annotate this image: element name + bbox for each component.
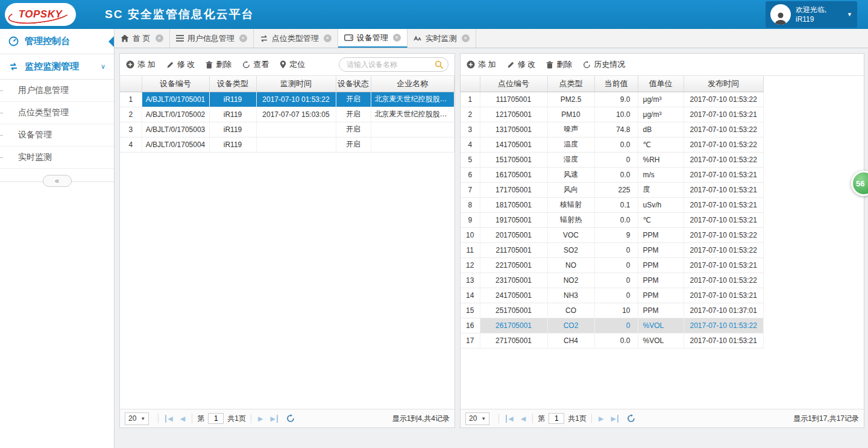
close-icon[interactable]: × bbox=[239, 34, 247, 42]
caret-down-icon[interactable]: ▼ bbox=[847, 11, 852, 17]
column-header[interactable]: 值单位 bbox=[638, 76, 684, 92]
close-icon[interactable]: × bbox=[156, 34, 163, 42]
table-row[interactable]: 16261705001CO20%VOL2017-07-10 01:53:22 bbox=[461, 318, 763, 333]
column-header[interactable]: 设备类型 bbox=[209, 76, 256, 92]
table-row[interactable]: 7171705001风向225度2017-07-10 01:53:21 bbox=[461, 182, 763, 197]
row-number: 14 bbox=[461, 288, 480, 303]
add-button[interactable]: 添 加 bbox=[467, 59, 496, 70]
locate-button[interactable]: 定位 bbox=[280, 59, 305, 70]
monitor-icon bbox=[414, 35, 422, 42]
column-header[interactable]: 点位编号 bbox=[480, 76, 547, 92]
sidebar-item-monitoring[interactable]: 监控监测管理 ∨ bbox=[0, 54, 114, 80]
table-row[interactable]: 17271705001CH40.0%VOL2017-07-10 01:53:21 bbox=[461, 333, 763, 348]
delete-button[interactable]: 删除 bbox=[206, 59, 231, 70]
cell: A/BJLT/0/1705002 bbox=[142, 107, 209, 122]
monitor-grid: 点位编号点类型当前值值单位发布时间 1111705001PM2.59.0μg/m… bbox=[461, 76, 864, 409]
welcome-text: 欢迎光临, bbox=[796, 5, 826, 14]
sidebar-item-realtime[interactable]: 实时监测 bbox=[0, 147, 114, 169]
tab-device[interactable]: 设备管理 × bbox=[338, 29, 407, 48]
user-menu[interactable]: 欢迎光临, iR119 ▼ bbox=[766, 1, 857, 28]
history-button[interactable]: 历史情况 bbox=[583, 59, 625, 70]
page-number-input[interactable] bbox=[549, 413, 564, 424]
table-row[interactable]: 5151705001湿度0%RH2017-07-10 01:53:22 bbox=[461, 152, 763, 167]
trash-icon bbox=[546, 61, 553, 69]
table-row[interactable]: 2A/BJLT/0/1705002iR1192017-07-07 15:03:0… bbox=[120, 107, 454, 122]
add-button[interactable]: 添 加 bbox=[126, 59, 156, 70]
column-header[interactable]: 当前值 bbox=[594, 76, 638, 92]
table-row[interactable]: 15251705001CO10PPM2017-07-10 01:37:01 bbox=[461, 303, 763, 318]
table-row[interactable]: 1111705001PM2.59.0μg/m³2017-07-10 01:53:… bbox=[461, 92, 763, 107]
table-row[interactable]: 3A/BJLT/0/1705003iR119开启 bbox=[120, 122, 454, 137]
table-row[interactable]: 6161705001风速0.0m/s2017-07-10 01:53:21 bbox=[461, 167, 763, 182]
monitor-pagination: 20 ▼ ◀ ◀ 第 共1页 ▶ ▶ bbox=[461, 409, 864, 427]
cell: 2017-07-10 01:37:01 bbox=[684, 303, 763, 318]
cell: 辐射热 bbox=[547, 212, 594, 227]
table-row[interactable]: 12221705001NO0PPM2017-07-10 01:53:21 bbox=[461, 257, 763, 273]
column-header[interactable]: 监测时间 bbox=[256, 76, 336, 92]
cell: 10.0 bbox=[594, 107, 638, 122]
page-size-select[interactable]: 20 ▼ bbox=[125, 412, 149, 425]
table-row[interactable]: 10201705001VOC9PPM2017-07-10 01:53:22 bbox=[461, 227, 763, 242]
table-row[interactable]: 3131705001噪声74.8dB2017-07-10 01:53:22 bbox=[461, 122, 763, 137]
table-row[interactable]: 8181705001核辐射0.1uSv/h2017-07-10 01:53:21 bbox=[461, 197, 763, 212]
page-number-input[interactable] bbox=[208, 413, 224, 424]
table-row[interactable]: 14241705001NH30PPM2017-07-10 01:53:21 bbox=[461, 288, 763, 303]
cell: 2017-07-10 01:53:21 bbox=[684, 107, 763, 122]
row-number: 6 bbox=[461, 167, 480, 182]
tab-home[interactable]: 首 页 × bbox=[115, 29, 170, 48]
next-page-button[interactable]: ▶ bbox=[599, 415, 603, 423]
sidebar-item-user-info[interactable]: 用户信息管理 bbox=[0, 80, 114, 102]
device-search bbox=[339, 57, 448, 72]
table-row[interactable]: 1A/BJLT/0/1705001iR1192017-07-10 01:53:2… bbox=[120, 92, 454, 107]
close-icon[interactable]: × bbox=[393, 34, 401, 42]
table-row[interactable]: 9191705001辐射热0.0℃2017-07-10 01:53:21 bbox=[461, 212, 763, 227]
tab-user-info[interactable]: 用户信息管理 × bbox=[170, 29, 254, 48]
close-icon[interactable]: × bbox=[324, 34, 332, 42]
edit-button[interactable]: 修 改 bbox=[507, 59, 536, 70]
refresh-icon[interactable] bbox=[627, 414, 635, 423]
app-window: TOPSKY SC 安全监管信息化云平台 欢迎光临, iR119 ▼ 管理控制台 bbox=[0, 0, 868, 448]
sidebar-collapse-button[interactable]: « bbox=[43, 175, 72, 187]
next-page-button[interactable]: ▶ bbox=[258, 415, 263, 423]
delete-button[interactable]: 删除 bbox=[546, 59, 572, 70]
page-size-select[interactable]: 20 ▼ bbox=[465, 412, 489, 425]
row-number: 1 bbox=[461, 92, 480, 107]
tab-realtime[interactable]: 实时监测 × bbox=[407, 29, 476, 48]
user-name: iR119 bbox=[796, 14, 826, 24]
sidebar-item-device[interactable]: 设备管理 bbox=[0, 124, 114, 147]
prev-page-button[interactable]: ◀ bbox=[180, 415, 185, 423]
table-row[interactable]: 4141705001温度0.0℃2017-07-10 01:53:22 bbox=[461, 137, 763, 152]
column-header[interactable]: 企业名称 bbox=[371, 76, 454, 92]
table-row[interactable]: 4A/BJLT/0/1705004iR119开启 bbox=[120, 137, 454, 152]
logo-text: TOPSKY bbox=[19, 8, 63, 21]
last-page-button[interactable]: ▶ bbox=[270, 415, 277, 423]
refresh-icon[interactable] bbox=[286, 414, 295, 423]
prev-page-button[interactable]: ◀ bbox=[521, 415, 526, 423]
table-row[interactable]: 2121705001PM1010.0μg/m³2017-07-10 01:53:… bbox=[461, 107, 763, 122]
search-icon[interactable] bbox=[435, 60, 444, 72]
first-page-button[interactable]: ◀ bbox=[165, 415, 172, 423]
sidebar-item-point-type[interactable]: 点位类型管理 bbox=[0, 102, 114, 124]
view-button[interactable]: 查看 bbox=[242, 59, 269, 70]
avatar[interactable] bbox=[770, 4, 791, 25]
cell: 0 bbox=[594, 273, 638, 288]
column-header[interactable]: 设备编号 bbox=[142, 76, 209, 92]
column-header[interactable]: 点类型 bbox=[547, 76, 594, 92]
cell: 261705001 bbox=[480, 318, 547, 333]
column-header[interactable]: 设备状态 bbox=[336, 76, 371, 92]
chevron-down-icon[interactable]: ∨ bbox=[101, 63, 105, 71]
column-header[interactable]: 发布时间 bbox=[684, 76, 763, 92]
last-page-button[interactable]: ▶ bbox=[611, 415, 618, 423]
close-icon[interactable]: × bbox=[462, 34, 470, 42]
table-row[interactable]: 13231705001NO20PPM2017-07-10 01:53:22 bbox=[461, 273, 763, 288]
cell: 2017-07-10 01:53:22 bbox=[684, 92, 763, 107]
record-summary: 显示1到4,共4记录 bbox=[392, 414, 450, 424]
edit-button[interactable]: 修 改 bbox=[166, 59, 195, 70]
exchange-icon bbox=[260, 35, 268, 42]
sidebar-item-console[interactable]: 管理控制台 bbox=[0, 29, 114, 54]
tab-point-type[interactable]: 点位类型管理 × bbox=[254, 29, 338, 48]
first-page-button[interactable]: ◀ bbox=[506, 415, 513, 423]
cell: 开启 bbox=[336, 122, 371, 137]
search-input[interactable] bbox=[339, 57, 448, 72]
table-row[interactable]: 11211705001SO20PPM2017-07-10 01:53:22 bbox=[461, 242, 763, 257]
